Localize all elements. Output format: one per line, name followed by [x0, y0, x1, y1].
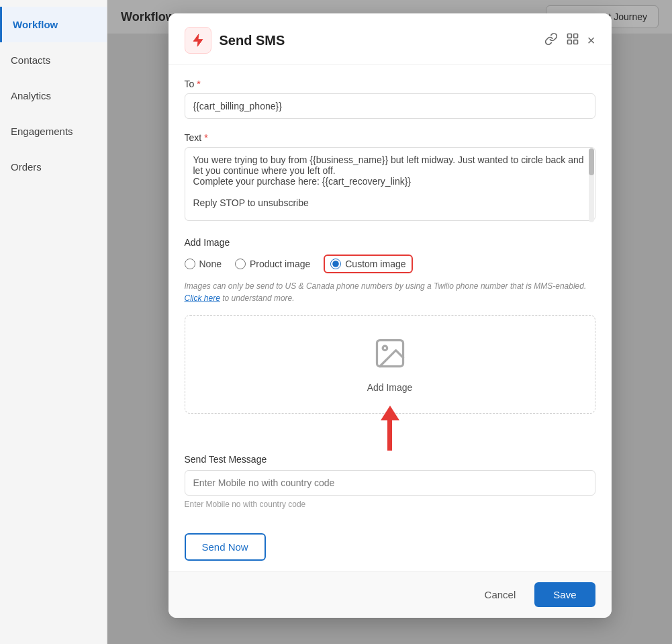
image-radio-group: None Product image Custom image: [185, 255, 595, 273]
main-content: Workflow New Contact Journey Send SMS: [107, 0, 672, 644]
text-textarea[interactable]: You were trying to buy from {{business_n…: [185, 147, 595, 221]
link-icon[interactable]: [544, 32, 558, 49]
send-sms-modal: Send SMS: [169, 13, 612, 618]
image-placeholder-icon: [373, 336, 407, 377]
sidebar-item-engagements[interactable]: Engagements: [0, 113, 107, 149]
svg-rect-1: [573, 34, 577, 38]
add-image-label: Add Image: [185, 237, 595, 248]
mms-notice: Images can only be send to US & Canada p…: [185, 280, 595, 304]
radio-custom-input[interactable]: [330, 259, 341, 269]
sidebar-item-label: Contacts: [11, 54, 50, 66]
required-indicator: *: [197, 79, 200, 89]
arrow-head: [381, 406, 399, 420]
modal-header: Send SMS: [169, 13, 612, 65]
to-label: To *: [185, 79, 595, 89]
radio-none-input[interactable]: [185, 259, 195, 269]
arrow-annotation: [381, 406, 399, 451]
text-field-group: Text * You were trying to buy from {{bus…: [185, 132, 595, 224]
scrollbar-thumb: [589, 148, 594, 175]
to-field-group: To *: [185, 79, 595, 119]
required-indicator-text: *: [204, 132, 207, 143]
svg-point-5: [383, 346, 387, 351]
arrow-shaft: [387, 420, 392, 451]
cancel-button[interactable]: Cancel: [474, 582, 527, 607]
modal-header-actions: ×: [544, 32, 595, 49]
send-test-hint: Enter Mobile no with country code: [185, 500, 595, 509]
sidebar-item-label: Orders: [11, 161, 42, 173]
sidebar-item-label: Analytics: [11, 90, 51, 101]
send-test-group: Send Test Message Enter Mobile no with c…: [185, 454, 595, 509]
save-button[interactable]: Save: [534, 582, 595, 607]
radio-product-input[interactable]: [235, 259, 246, 269]
send-test-input[interactable]: [185, 470, 595, 496]
svg-rect-2: [567, 40, 571, 44]
to-input[interactable]: [185, 93, 595, 119]
radio-none[interactable]: None: [185, 259, 222, 269]
radio-custom-image[interactable]: Custom image: [324, 255, 412, 273]
modal-body: To * Text * You were trying to buy from …: [169, 65, 612, 577]
radio-product-image[interactable]: Product image: [235, 259, 310, 269]
sidebar: Workflow Contacts Analytics Engagements …: [0, 0, 107, 644]
modal-overlay: Send SMS: [107, 0, 672, 644]
text-label: Text *: [185, 132, 595, 143]
sidebar-item-analytics[interactable]: Analytics: [0, 78, 107, 113]
sidebar-item-label: Workflow: [13, 19, 58, 30]
image-upload-area[interactable]: Add Image: [185, 315, 595, 414]
add-image-group: Add Image None Product image Custom i: [185, 237, 595, 414]
image-upload-container: Add Image: [185, 315, 595, 414]
sidebar-item-orders[interactable]: Orders: [0, 149, 107, 185]
add-image-text: Add Image: [367, 382, 413, 393]
merge-tags-icon[interactable]: [566, 32, 579, 49]
send-sms-icon: [185, 27, 211, 54]
scrollbar: [589, 148, 594, 222]
sidebar-item-contacts[interactable]: Contacts: [0, 42, 107, 78]
modal-footer: Cancel Save: [169, 571, 612, 618]
send-now-button[interactable]: Send Now: [185, 533, 266, 561]
textarea-wrapper: You were trying to buy from {{business_n…: [185, 147, 595, 224]
svg-rect-3: [573, 40, 577, 44]
send-test-label: Send Test Message: [185, 454, 595, 465]
modal-title: Send SMS: [220, 33, 285, 48]
sidebar-item-workflow[interactable]: Workflow: [0, 7, 107, 42]
click-here-link[interactable]: Click here: [185, 293, 220, 303]
sidebar-item-label: Engagements: [11, 126, 73, 137]
lightning-icon: [191, 33, 205, 48]
svg-rect-0: [567, 34, 571, 38]
modal-close-button[interactable]: ×: [587, 34, 595, 47]
